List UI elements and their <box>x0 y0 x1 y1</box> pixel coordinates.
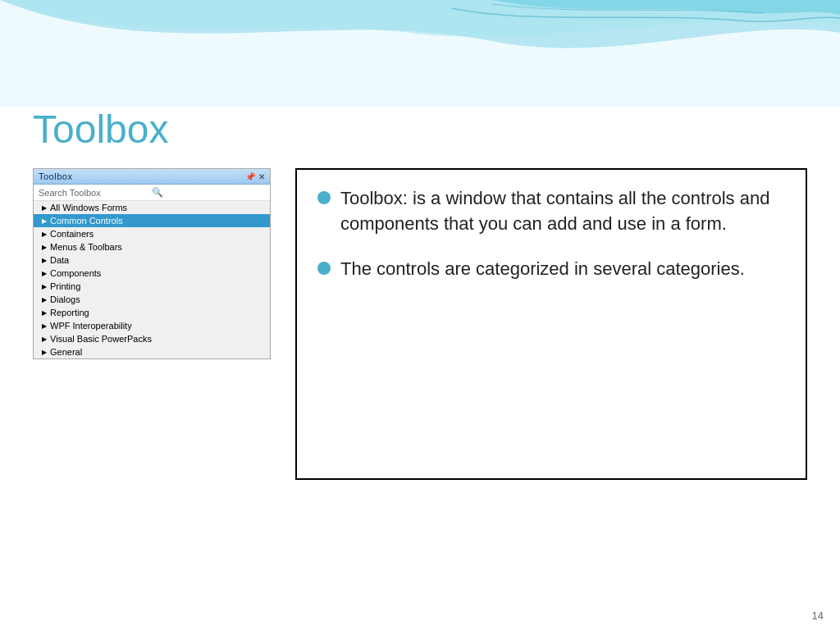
item-label: Common Controls <box>50 216 123 226</box>
toolbox-item-general[interactable]: ▶ General <box>34 345 270 358</box>
item-label: Data <box>50 255 69 265</box>
bullet-item-2: The controls are categorized in several … <box>317 257 785 282</box>
item-label: WPF Interoperability <box>50 321 132 331</box>
toolbox-titlebar-controls: 📌 ✕ <box>245 172 265 181</box>
bullet-dot-2 <box>317 262 331 275</box>
expand-icon: ▶ <box>42 349 47 356</box>
toolbox-window: Toolbox 📌 ✕ Search Toolbox 🔍 ▶ All Windo… <box>33 168 271 359</box>
toolbox-item-all-windows-forms[interactable]: ▶ All Windows Forms <box>34 201 270 214</box>
info-box: Toolbox: is a window that contains all t… <box>295 168 807 480</box>
item-label: Menus & Toolbars <box>50 242 122 252</box>
toolbox-item-vb-powerpacks[interactable]: ▶ Visual Basic PowerPacks <box>34 332 270 345</box>
slide-title: Toolbox <box>33 107 807 152</box>
toolbox-item-components[interactable]: ▶ Components <box>34 267 270 280</box>
expand-icon: ▶ <box>42 336 47 343</box>
toolbox-search-label: Search Toolbox <box>39 188 152 198</box>
toolbox-item-wpf-interop[interactable]: ▶ WPF Interoperability <box>34 319 270 332</box>
toolbox-titlebar-left: Toolbox <box>39 171 72 181</box>
toolbox-items-list: ▶ All Windows Forms ▶ Common Controls ▶ … <box>34 201 270 358</box>
search-icon: 🔍 <box>152 187 265 198</box>
bullet-dot-1 <box>317 191 331 204</box>
toolbox-item-containers[interactable]: ▶ Containers <box>34 227 270 240</box>
expand-icon: ▶ <box>42 217 47 225</box>
expand-icon: ▶ <box>42 244 47 251</box>
expand-icon: ▶ <box>42 309 47 317</box>
toolbox-item-reporting[interactable]: ▶ Reporting <box>34 306 270 319</box>
item-label: Reporting <box>50 308 89 317</box>
expand-icon: ▶ <box>42 283 47 290</box>
toolbox-window-title: Toolbox <box>39 171 72 181</box>
bullet-list: Toolbox: is a window that contains all t… <box>317 186 785 281</box>
toolbox-item-menus-toolbars[interactable]: ▶ Menus & Toolbars <box>34 240 270 253</box>
expand-icon: ▶ <box>42 322 47 330</box>
bullet-text-2: The controls are categorized in several … <box>340 257 745 282</box>
item-label: Printing <box>50 281 80 291</box>
item-label: General <box>50 347 82 357</box>
item-label: Visual Basic PowerPacks <box>50 334 152 344</box>
expand-icon: ▶ <box>42 296 47 304</box>
expand-icon: ▶ <box>42 270 47 277</box>
toolbox-search-row[interactable]: Search Toolbox 🔍 <box>34 185 270 201</box>
toolbox-item-printing[interactable]: ▶ Printing <box>34 280 270 293</box>
toolbox-titlebar: Toolbox 📌 ✕ <box>34 169 270 185</box>
item-label: Components <box>50 268 101 278</box>
toolbox-item-dialogs[interactable]: ▶ Dialogs <box>34 293 270 306</box>
expand-icon: ▶ <box>42 257 47 264</box>
close-icon[interactable]: ✕ <box>258 172 265 181</box>
bullet-item-1: Toolbox: is a window that contains all t… <box>317 186 785 237</box>
bullet-text-1: Toolbox: is a window that contains all t… <box>340 186 785 237</box>
toolbox-item-common-controls[interactable]: ▶ Common Controls <box>34 214 270 227</box>
item-label: All Windows Forms <box>50 203 127 212</box>
expand-icon: ▶ <box>42 231 47 238</box>
page-content: Toolbox Toolbox 📌 ✕ Search Toolbox 🔍 <box>0 0 840 630</box>
item-label: Containers <box>50 229 94 239</box>
main-area: Toolbox 📌 ✕ Search Toolbox 🔍 ▶ All Windo… <box>33 168 807 480</box>
item-label: Dialogs <box>50 294 80 304</box>
toolbox-item-data[interactable]: ▶ Data <box>34 253 270 267</box>
expand-icon: ▶ <box>42 204 47 212</box>
pin-icon[interactable]: 📌 <box>245 172 255 181</box>
